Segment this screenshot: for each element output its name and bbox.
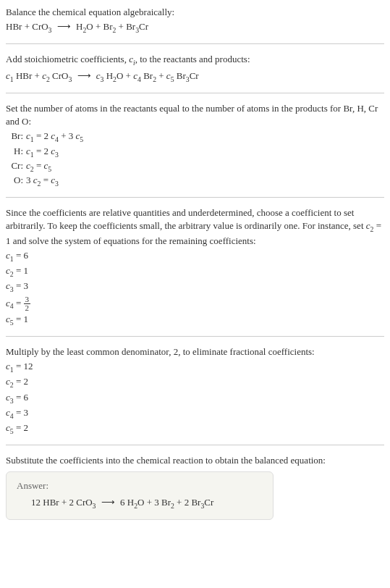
atom-equations-table: Br: c1 = 2 c4 + 3 c5 H: c1 = 2 c3 Cr: c2… [6, 130, 86, 188]
substitute-text: Substitute the coefficients into the che… [6, 454, 384, 467]
divider [6, 336, 384, 337]
answer-label: Answer: [17, 479, 263, 492]
table-row: Cr: c2 = c5 [6, 159, 86, 174]
table-row: O: 3 c2 = c3 [6, 174, 86, 188]
answer-box: Answer: 12 HBr + 2 CrO3 ⟶ 6 H2O + 3 Br2 … [6, 471, 274, 519]
unbalanced-equation: HBr + CrO3 ⟶ H2O + Br2 + Br3Cr [6, 20, 384, 35]
divider [6, 197, 384, 198]
table-row: H: c1 = 2 c3 [6, 145, 86, 159]
table-row: Br: c1 = 2 c4 + 3 c5 [6, 130, 86, 144]
coef-list-2: c1 = 12 c2 = 2 c3 = 6 c4 = 3 c5 = 2 [6, 360, 384, 436]
add-coef-text: Add stoichiometric coefficients, ci, to … [6, 53, 384, 67]
section-solve-first: Since the coefficients are relative quan… [6, 206, 384, 327]
coef-line: c2 = 1 [6, 264, 384, 279]
multiply-text: Multiply by the least common denominator… [6, 345, 384, 358]
section-add-coefficients: Add stoichiometric coefficients, ci, to … [6, 53, 384, 83]
section-atom-balance: Set the number of atoms in the reactants… [6, 102, 384, 188]
section-multiply: Multiply by the least common denominator… [6, 345, 384, 436]
coef-line: c1 = 12 [6, 360, 384, 374]
coef-line: c3 = 6 [6, 391, 384, 406]
coef-line: c4 = 32 [6, 295, 384, 312]
section-answer: Substitute the coefficients into the che… [6, 454, 384, 520]
coef-line: c5 = 2 [6, 421, 384, 436]
fraction: 32 [24, 295, 31, 312]
coef-line: c2 = 2 [6, 375, 384, 390]
divider [6, 445, 384, 445]
section-balance-intro: Balance the chemical equation algebraica… [6, 6, 384, 35]
coef-line: c1 = 6 [6, 249, 384, 264]
coef-line: c4 = 3 [6, 406, 384, 421]
divider [6, 43, 384, 44]
coef-line: c5 = 1 [6, 313, 384, 327]
balanced-equation: 12 HBr + 2 CrO3 ⟶ 6 H2O + 3 Br2 + 2 Br3C… [17, 496, 263, 511]
coef-equation: c1 HBr + c2 CrO3 ⟶ c3 H2O + c4 Br2 + c5 … [6, 70, 384, 84]
coef-list-1: c1 = 6 c2 = 1 c3 = 3 c4 = 32 c5 = 1 [6, 249, 384, 327]
coef-line: c3 = 3 [6, 280, 384, 294]
solve-text: Since the coefficients are relative quan… [6, 206, 384, 248]
divider [6, 93, 384, 93]
atom-balance-text: Set the number of atoms in the reactants… [6, 102, 384, 128]
intro-text: Balance the chemical equation algebraica… [6, 6, 384, 19]
